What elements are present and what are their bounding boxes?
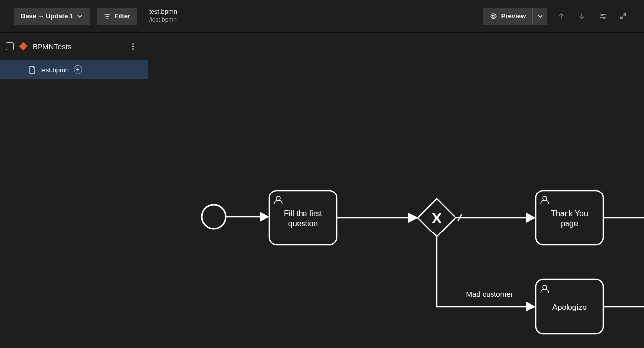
svg-rect-5 bbox=[269, 191, 337, 245]
task-fill-label2: question bbox=[288, 219, 318, 228]
plus-badge: + bbox=[74, 65, 82, 74]
arrow-up-icon bbox=[557, 12, 565, 20]
task-apologize-label1: Apologize bbox=[552, 303, 587, 311]
preview-dropdown[interactable] bbox=[532, 8, 547, 25]
gateway-label: X bbox=[432, 210, 442, 226]
chevron-down-icon bbox=[537, 13, 543, 19]
diamond-icon bbox=[19, 42, 28, 51]
task-thankyou-label2: page bbox=[561, 219, 578, 228]
file-info: test.bpmn /test.bpmn bbox=[149, 8, 177, 24]
svg-point-0 bbox=[492, 15, 494, 17]
sidebar: BPMNTests test.bpmn + bbox=[0, 33, 148, 348]
sliders-icon bbox=[599, 12, 606, 20]
edge-label-mad-customer: Mad customer bbox=[466, 290, 513, 298]
expand-icon bbox=[619, 12, 627, 20]
svg-rect-3 bbox=[19, 42, 28, 51]
settings-button[interactable] bbox=[596, 9, 609, 23]
bpmn-task-fill[interactable]: Fill the first question bbox=[269, 191, 337, 245]
more-vertical-icon bbox=[132, 43, 134, 50]
panel-title: BPMNTests bbox=[33, 42, 71, 51]
branch-selector[interactable]: Base → Update 1 bbox=[14, 8, 90, 25]
preview-label: Preview bbox=[501, 12, 526, 20]
filter-icon bbox=[104, 13, 111, 20]
svg-point-1 bbox=[601, 14, 602, 15]
sidebar-item-test-bpmn[interactable]: test.bpmn + bbox=[0, 60, 148, 79]
file-name: test.bpmn bbox=[149, 8, 177, 16]
bpmn-start-event[interactable] bbox=[202, 205, 226, 229]
filter-button[interactable]: Filter bbox=[97, 8, 137, 25]
preview-split-button: Preview bbox=[483, 8, 547, 25]
sidebar-item-label: test.bpmn bbox=[40, 66, 69, 74]
branch-label: Base → Update 1 bbox=[21, 12, 73, 20]
svg-point-2 bbox=[603, 17, 604, 18]
panel-header: BPMNTests bbox=[0, 33, 148, 60]
bpmn-gateway-exclusive[interactable]: X bbox=[418, 199, 455, 236]
toolbar: Base → Update 1 Filter test.bpmn /test.b… bbox=[0, 0, 644, 33]
nav-up-button[interactable] bbox=[554, 9, 568, 23]
expand-button[interactable] bbox=[616, 9, 630, 23]
svg-rect-7 bbox=[536, 191, 603, 245]
nav-down-button[interactable] bbox=[575, 9, 589, 23]
select-all-checkbox[interactable] bbox=[6, 42, 14, 50]
chevron-down-icon bbox=[77, 13, 83, 19]
preview-button[interactable]: Preview bbox=[483, 8, 532, 25]
file-icon bbox=[29, 66, 36, 74]
task-thankyou-label1: Thank You bbox=[551, 209, 588, 218]
diagram-canvas[interactable]: Fill the first question X Thank You page… bbox=[148, 33, 644, 348]
arrow-down-icon bbox=[578, 12, 586, 20]
preview-icon bbox=[490, 12, 497, 20]
filter-label: Filter bbox=[114, 12, 130, 20]
panel-more-button[interactable] bbox=[126, 39, 140, 53]
bpmn-task-thankyou[interactable]: Thank You page bbox=[536, 191, 603, 245]
file-path: /test.bpmn bbox=[149, 16, 177, 24]
task-fill-label1: Fill the first bbox=[284, 209, 322, 218]
bpmn-task-apologize[interactable]: Apologize bbox=[536, 279, 603, 334]
